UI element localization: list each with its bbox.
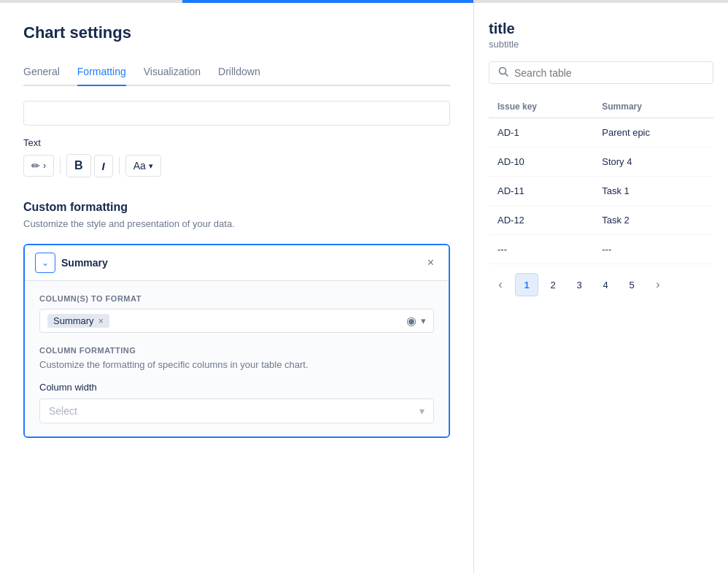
cell-issue-key: AD-12 xyxy=(489,206,593,235)
page-1-button[interactable]: 1 xyxy=(515,273,538,296)
custom-formatting-title: Custom formatting xyxy=(23,201,450,214)
page-2-button[interactable]: 2 xyxy=(541,273,565,296)
col-width-dropdown-icon: ▾ xyxy=(419,405,425,417)
summary-card-header: ⌄ Summary × xyxy=(25,245,449,281)
search-icon xyxy=(498,66,508,79)
cell-summary: --- xyxy=(593,235,713,264)
text-section-label: Text xyxy=(23,137,450,148)
summary-card: ⌄ Summary × Column(s) to format Summary … xyxy=(23,244,450,438)
bold-icon: B xyxy=(74,159,83,172)
clear-columns-button[interactable]: ◉ xyxy=(406,314,417,328)
tab-visualization[interactable]: Visualization xyxy=(144,60,201,86)
cell-issue-key: AD-1 xyxy=(489,118,593,147)
col-header-issue-key: Issue key xyxy=(489,96,593,118)
chevron-right-icon: › xyxy=(43,161,46,171)
col-width-select[interactable]: Select ▾ xyxy=(39,399,434,423)
page-4-button[interactable]: 4 xyxy=(594,273,617,296)
text-toolbar: ✏ › B I Aa ▾ xyxy=(23,154,450,177)
page-5-button[interactable]: 5 xyxy=(620,273,643,296)
summary-tag: Summary × xyxy=(47,314,109,328)
tabs-container: General Formatting Visualization Drilldo… xyxy=(23,60,450,86)
tag-remove-icon[interactable]: × xyxy=(98,316,104,326)
table-row: AD-10 Story 4 xyxy=(489,147,713,177)
cell-summary: Task 1 xyxy=(593,177,713,206)
prev-page-button[interactable]: ‹ xyxy=(489,273,512,296)
tab-general[interactable]: General xyxy=(23,60,60,86)
cell-summary: Story 4 xyxy=(593,147,713,177)
close-icon: × xyxy=(427,256,434,269)
bold-button[interactable]: B xyxy=(66,154,91,177)
prev-icon: ‹ xyxy=(498,278,502,291)
col-formatting-desc: Customize the formatting of specific col… xyxy=(39,359,434,370)
columns-selector[interactable]: Summary × ◉ ▾ xyxy=(39,309,434,333)
cell-issue-key: AD-10 xyxy=(489,147,593,177)
toolbar-divider-1 xyxy=(60,157,61,174)
summary-chevron-button[interactable]: ⌄ xyxy=(35,253,55,273)
next-icon: › xyxy=(656,278,659,291)
cell-issue-key: --- xyxy=(489,235,593,264)
table-row: AD-11 Task 1 xyxy=(489,177,713,206)
search-bar xyxy=(489,61,713,84)
progress-bar xyxy=(182,0,473,3)
tab-drilldown[interactable]: Drilldown xyxy=(218,60,260,86)
dropdown-arrow-icon: ▾ xyxy=(149,161,153,171)
page-3-button[interactable]: 3 xyxy=(568,273,591,296)
summary-close-button[interactable]: × xyxy=(423,255,438,271)
summary-card-header-left: ⌄ Summary xyxy=(35,253,423,273)
columns-field-label: Column(s) to format xyxy=(39,294,434,303)
font-button[interactable]: Aa ▾ xyxy=(125,155,161,177)
tab-formatting[interactable]: Formatting xyxy=(77,60,126,86)
chevron-down-icon: ⌄ xyxy=(42,258,49,268)
table-row: --- --- xyxy=(489,235,713,264)
summary-card-body: Column(s) to format Summary × ◉ ▾ COLUMN… xyxy=(25,281,449,437)
cell-summary: Parent epic xyxy=(593,118,713,147)
pen-icon: ✏ xyxy=(31,160,40,172)
title-input[interactable] xyxy=(23,101,450,126)
page-title: Chart settings xyxy=(23,23,450,42)
left-panel: Chart settings General Formatting Visual… xyxy=(0,3,474,573)
col-width-placeholder: Select xyxy=(49,405,77,417)
preview-title: title xyxy=(489,20,713,37)
columns-dropdown-button[interactable]: ▾ xyxy=(421,315,426,326)
tag-label: Summary xyxy=(53,315,94,326)
italic-button[interactable]: I xyxy=(94,155,113,177)
table-row: AD-12 Task 2 xyxy=(489,206,713,235)
columns-selector-actions: ◉ ▾ xyxy=(406,314,426,328)
pagination: ‹ 1 2 3 4 5 › xyxy=(489,264,713,296)
preview-table: Issue key Summary AD-1 Parent epic AD-10… xyxy=(489,96,713,264)
italic-icon: I xyxy=(102,160,105,172)
top-bar xyxy=(0,0,728,3)
main-container: Chart settings General Formatting Visual… xyxy=(0,3,728,573)
right-panel: title subtitle Issue key Summary AD-1 xyxy=(474,3,728,573)
cell-summary: Task 2 xyxy=(593,206,713,235)
summary-card-title: Summary xyxy=(61,257,108,269)
custom-formatting-desc: Customize the style and presentation of … xyxy=(23,218,450,229)
col-formatting-label: COLUMN FORMATTING xyxy=(39,346,434,355)
col-width-label: Column width xyxy=(39,382,434,393)
toolbar-divider-2 xyxy=(119,157,120,174)
next-page-button[interactable]: › xyxy=(646,273,670,296)
table-row: AD-1 Parent epic xyxy=(489,118,713,147)
font-label: Aa xyxy=(133,160,146,172)
search-input[interactable] xyxy=(514,67,704,79)
cell-issue-key: AD-11 xyxy=(489,177,593,206)
svg-line-1 xyxy=(506,74,508,77)
preview-subtitle: subtitle xyxy=(489,39,713,50)
col-header-summary: Summary xyxy=(593,96,713,118)
pen-button[interactable]: ✏ › xyxy=(23,155,54,177)
